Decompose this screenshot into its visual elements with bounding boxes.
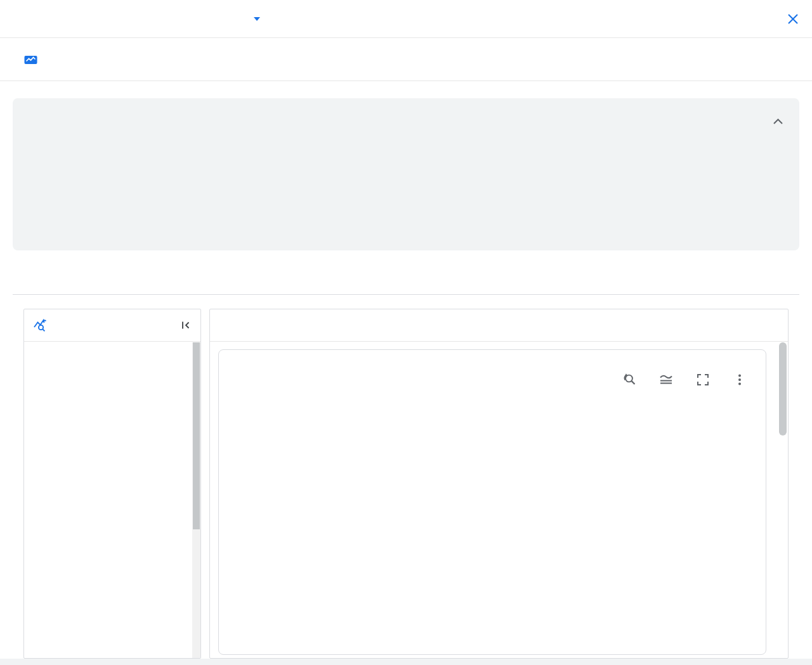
chart-style-button[interactable]: [658, 371, 674, 388]
monitoring-chart-icon: [24, 55, 37, 65]
metrics-list: [24, 342, 192, 658]
main-scrollbar-thumb[interactable]: [779, 342, 787, 436]
cpu-utilization-chart[interactable]: [239, 426, 753, 639]
cluster-details-page: [0, 0, 812, 665]
metrics-sidebar: [23, 309, 201, 659]
kebab-menu-icon: [732, 372, 747, 387]
collapse-card-button[interactable]: [770, 113, 785, 129]
close-button[interactable]: [784, 10, 802, 28]
collapse-panel-icon: [180, 320, 192, 331]
monitoring-toolbar: [0, 39, 812, 81]
cluster-info-card: [13, 98, 799, 250]
time-range-dropdown[interactable]: [249, 17, 260, 21]
zoom-reset-icon: [622, 372, 637, 387]
chart-toolbar: [621, 371, 748, 388]
more-options-button[interactable]: [731, 371, 748, 388]
sidebar-scrollbar[interactable]: [192, 342, 200, 658]
page-bottom-strip: [0, 659, 812, 665]
fullscreen-button[interactable]: [695, 371, 711, 388]
main-panel-header: [210, 309, 788, 342]
metrics-main-panel: [209, 309, 789, 659]
zoom-reset-button[interactable]: [621, 371, 638, 388]
view-in-cloud-monitoring-link[interactable]: [24, 55, 44, 65]
fullscreen-icon: [695, 372, 710, 387]
tab-bar: [13, 266, 799, 295]
chevron-up-icon: [773, 118, 783, 125]
chevron-down-icon: [254, 17, 260, 21]
chart-card: [218, 349, 766, 655]
metrics-search-icon: [33, 318, 49, 333]
sidebar-header: [24, 309, 200, 342]
chart-style-icon: [658, 372, 674, 387]
topbar: [0, 0, 812, 38]
collapse-panel-button[interactable]: [180, 320, 192, 331]
close-icon: [787, 13, 799, 25]
sidebar-scrollbar-thumb[interactable]: [193, 342, 200, 529]
